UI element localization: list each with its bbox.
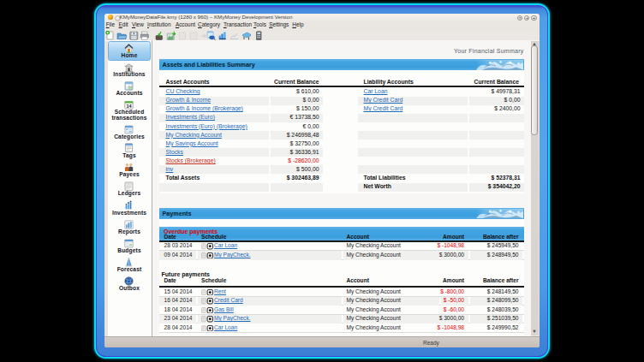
svg-text:14: 14 — [127, 103, 133, 108]
